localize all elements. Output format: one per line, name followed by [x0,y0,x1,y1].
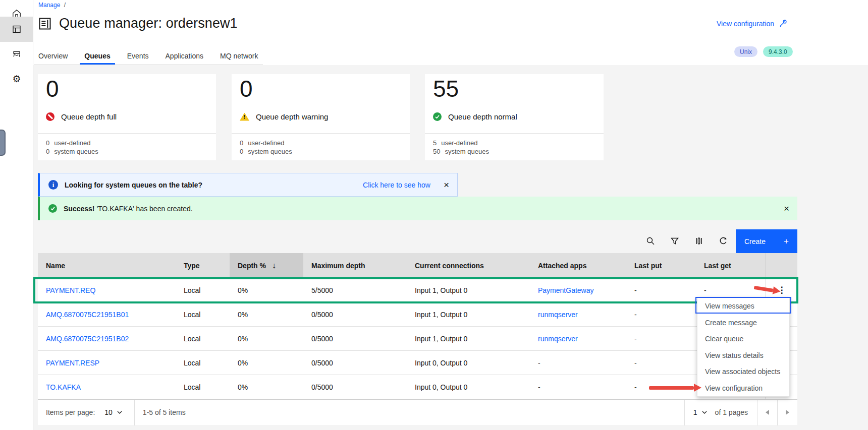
queue-type: Local [176,327,230,350]
success-banner-close-icon[interactable]: × [784,204,789,213]
previous-page-button[interactable] [757,400,777,425]
queue-depth: 0% [230,302,303,326]
create-button-label: Create [744,237,766,245]
queue-connections: Input 0, Output 0 [407,351,530,375]
queue-max-depth: 0/5000 [303,351,407,375]
tab-events[interactable]: Events [123,52,153,65]
queue-type: Local [176,375,230,399]
queue-connections: Input 1, Output 0 [407,327,530,350]
queue-last-put: - [626,327,696,350]
card-stats: 0user-defined 0system queues [46,139,98,156]
attached-app-link[interactable]: runmqserver [538,311,578,319]
column-header-last-get[interactable]: Last get [696,253,766,278]
attached-app: - [530,375,626,399]
column-header-last-put[interactable]: Last put [626,253,696,278]
menu-item-view-associated-objects[interactable]: View associated objects [697,363,789,380]
success-icon [433,112,442,121]
column-header-name[interactable]: Name [38,253,176,278]
panel-drag-handle[interactable] [0,130,6,156]
version-badge: 9.4.3.0 [763,46,793,57]
left-sidebar: ⚙ [0,0,33,430]
column-header-attached-apps[interactable]: Attached apps [530,253,626,278]
sidebar-item-workbench[interactable] [0,43,33,65]
column-header-actions [766,253,797,278]
info-banner: i Looking for system queues on the table… [38,173,458,197]
title-row: Queue manager: ordersnew1 [38,16,238,31]
create-button[interactable]: Create + [736,229,797,253]
chevron-down-icon [702,411,707,414]
attached-app-link[interactable]: runmqserver [538,335,578,343]
table-row-amq-b01: AMQ.6870075C21951B01 Local 0% 0/5000 Inp… [38,302,797,327]
success-banner-check-icon [48,204,57,213]
queue-depth: 0% [230,351,303,375]
page-number-select[interactable]: 1 [693,408,707,416]
info-banner-close-icon[interactable]: × [444,180,449,190]
workbench-icon [12,49,22,59]
mq-console-page: ⚙ Manage / Queue manager: ordersnew1 Vie… [0,0,868,430]
error-icon [46,112,55,121]
queue-name-link[interactable]: PAYMENT.REQ [46,286,95,294]
column-settings-icon[interactable] [691,233,707,249]
warning-icon [240,113,249,121]
qm-badges: Unix 9.4.3.0 [734,46,793,57]
menu-item-view-configuration[interactable]: View configuration [697,380,789,397]
queue-connections: Input 1, Output 0 [407,302,530,326]
column-header-type[interactable]: Type [176,253,230,278]
queue-max-depth: 0/5000 [303,302,407,326]
card-label: Queue depth normal [448,112,517,121]
queue-depth: 0% [230,278,303,302]
tab-mq-network[interactable]: MQ network [215,52,262,65]
search-icon[interactable] [642,233,659,249]
tab-queues[interactable]: Queues [80,52,115,65]
table-row-amq-b02: AMQ.6870075C21951B02 Local 0% 0/5000 Inp… [38,327,797,351]
queue-max-depth: 0/5000 [303,375,407,399]
info-banner-message: Looking for system queues on the table? [65,181,202,189]
card-value: 0 [240,75,253,102]
success-banner-message: 'TO.KAFKA' has been created. [96,205,192,213]
card-queue-depth-normal: 55 Queue depth normal 5user-defined 50sy… [425,74,604,160]
platform-badge: Unix [734,46,757,57]
tab-applications[interactable]: Applications [161,52,208,65]
card-stats: 5user-defined 50system queues [433,139,489,156]
view-configuration-link[interactable]: View configuration [717,19,787,28]
caret-right-icon [786,410,789,415]
next-page-button[interactable] [777,400,797,425]
overflow-menu-icon[interactable]: ⋮ [778,285,786,295]
queue-last-put: - [626,375,696,399]
info-banner-link[interactable]: Click here to see how [363,181,430,189]
sidebar-item-settings[interactable]: ⚙ [0,68,33,90]
card-label: Queue depth full [61,112,117,121]
queue-type: Local [176,302,230,326]
queue-name-link[interactable]: PAYMENT.RESP [46,359,99,367]
column-header-current-connections[interactable]: Current connections [407,253,530,278]
row-context-menu: View messages Create message Clear queue… [697,297,790,397]
card-label: Queue depth warning [256,112,328,121]
attached-app-link[interactable]: PaymentGateway [538,286,594,294]
queue-name-link[interactable]: AMQ.6870075C21951B01 [46,311,129,319]
column-header-depth[interactable]: Depth % ↓ [230,253,303,278]
menu-item-view-status-details[interactable]: View status details [697,347,789,364]
table-header-row: Name Type Depth % ↓ Maximum depth Curren… [38,253,797,278]
queue-name-link[interactable]: TO.KAFKA [46,383,81,391]
chevron-down-icon [117,411,122,414]
gear-icon: ⚙ [12,73,21,85]
items-per-page-select[interactable]: 10 [104,408,122,416]
queue-manager-icon [38,17,52,31]
filter-icon[interactable] [667,233,683,249]
sidebar-item-manage[interactable] [0,17,33,42]
menu-item-create-message[interactable]: Create message [697,315,789,331]
tab-overview[interactable]: Overview [34,52,72,65]
refresh-icon[interactable] [715,233,731,249]
queue-last-put: - [626,351,696,375]
sort-descending-icon: ↓ [272,261,276,270]
caret-left-icon [766,410,769,415]
success-banner-title: Success! [64,205,94,213]
card-value: 55 [433,75,459,102]
menu-item-view-messages[interactable]: View messages [697,298,789,315]
table-row-payment-req: PAYMENT.REQ Local 0% 5/5000 Input 1, Out… [38,278,797,302]
menu-item-clear-queue[interactable]: Clear queue [697,331,789,347]
queue-name-link[interactable]: AMQ.6870075C21951B02 [46,335,129,343]
breadcrumb-manage-link[interactable]: Manage [38,2,60,9]
column-header-maximum-depth[interactable]: Maximum depth [303,253,407,278]
items-per-page-label: Items per page: [46,408,95,416]
